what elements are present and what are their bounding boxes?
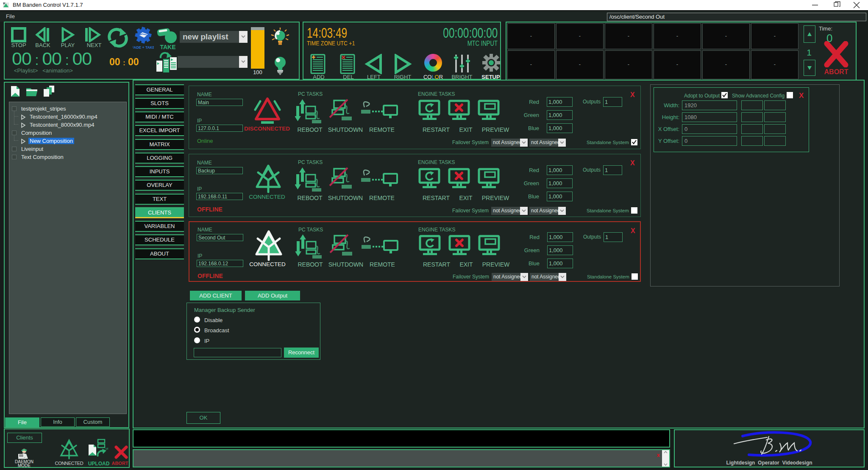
svg-text:FADE + TAKE: FADE + TAKE — [133, 45, 154, 50]
svg-text:off: off — [106, 447, 108, 451]
